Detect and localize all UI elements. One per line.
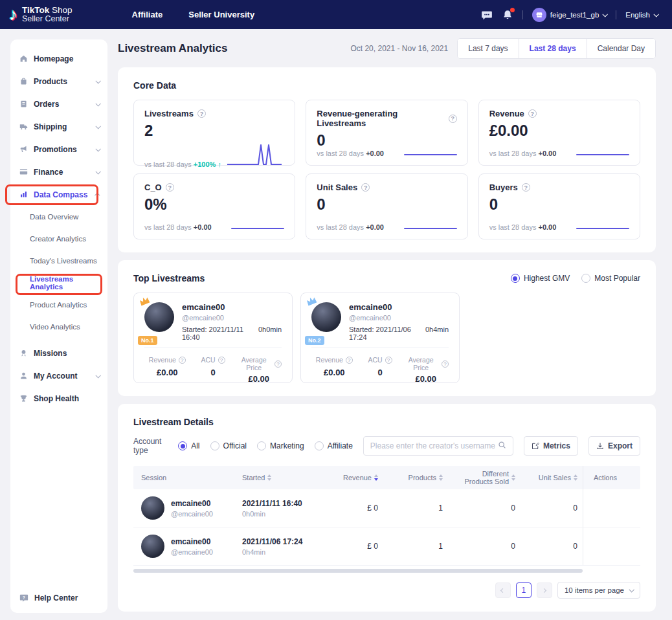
logo-tiktok: TikTok — [22, 5, 49, 15]
started-label: Started: 2021/11/06 17:24 — [349, 326, 425, 341]
different-products-sold-cell: 0 — [448, 504, 521, 513]
sidebar-subitem-data-overview[interactable]: Data Overview — [10, 206, 107, 228]
help-tooltip-icon[interactable]: ? — [197, 109, 206, 118]
help-tooltip-icon[interactable]: ? — [442, 360, 449, 368]
notifications-bell-icon[interactable] — [502, 9, 513, 21]
account-type-marketing[interactable]: Marketing — [257, 441, 304, 450]
unit-sales-cell: 0 — [521, 542, 583, 551]
range-calendar-day-button[interactable]: Calendar Day — [587, 39, 655, 58]
sidebar-subitem-todays-livestreams[interactable]: Today's Livestreams — [10, 250, 107, 272]
metrics-button[interactable]: Metrics — [524, 436, 578, 456]
sidebar-item-orders[interactable]: Orders — [10, 93, 107, 115]
sort-icon — [439, 474, 443, 481]
divider — [522, 10, 523, 19]
chat-icon[interactable] — [481, 9, 493, 21]
help-tooltip-icon[interactable]: ? — [166, 183, 174, 192]
help-tooltip-icon[interactable]: ? — [528, 109, 537, 118]
chevron-down-icon — [95, 78, 100, 83]
horizontal-scrollbar[interactable] — [133, 569, 583, 573]
medal-icon — [19, 349, 28, 357]
help-tooltip-icon[interactable]: ? — [346, 357, 353, 364]
date-range-segmented-control: Last 7 days Last 28 days Calendar Day — [457, 38, 656, 59]
radio-most-popular[interactable]: Most Popular — [581, 274, 640, 283]
user-menu[interactable]: feige_test1_gb — [532, 8, 607, 22]
top-livestream-card-2[interactable]: No.2 emcaine00 @emcaine00 Started: 2021/… — [300, 293, 460, 383]
search-icon[interactable] — [498, 440, 506, 452]
language-menu[interactable]: English — [625, 11, 658, 19]
sidebar-subitem-product-analytics[interactable]: Product Analytics — [10, 294, 107, 316]
sidebar-item-shop-health[interactable]: Shop Health — [10, 387, 107, 410]
sidebar-item-missions[interactable]: Missions — [10, 342, 107, 364]
range-last-7-days-button[interactable]: Last 7 days — [458, 39, 518, 58]
delta-value: +0.00 — [538, 223, 556, 231]
column-unit-sales[interactable]: Unit Sales — [521, 474, 583, 482]
tiktok-note-icon: ♪ — [9, 6, 17, 23]
prev-page-button[interactable] — [495, 582, 511, 598]
sidebar-item-promotions[interactable]: Promotions — [10, 138, 107, 161]
metric-card-revenue-generating-livestreams: Revenue-generating Livestreams? 0 vs las… — [306, 100, 467, 166]
help-tooltip-icon[interactable]: ? — [274, 360, 282, 368]
help-tooltip-icon[interactable]: ? — [449, 115, 457, 123]
radio-highest-gmv[interactable]: Highest GMV — [511, 274, 570, 283]
core-data-title: Core Data — [133, 80, 640, 91]
livestream-details-table: Session Started Revenue Products Differe… — [133, 466, 640, 573]
revenue-cell: £ 0 — [326, 504, 383, 513]
help-tooltip-icon[interactable]: ? — [385, 357, 392, 364]
next-page-button[interactable] — [537, 582, 552, 598]
username: feige_test1_gb — [550, 11, 599, 19]
creator-name: emcaine00 — [182, 302, 282, 312]
divider — [144, 348, 282, 348]
column-revenue[interactable]: Revenue — [326, 474, 383, 482]
top-livestream-card-1[interactable]: No.1 emcaine00 @emcaine00 Started: 2021/… — [133, 293, 293, 383]
sidebar-item-shipping[interactable]: Shipping — [10, 115, 107, 138]
help-tooltip-icon[interactable]: ? — [179, 357, 186, 364]
page-size-select[interactable]: 10 items per page — [557, 582, 640, 599]
range-last-28-days-button[interactable]: Last 28 days — [519, 39, 587, 58]
started-datetime: 2021/11/06 17:24 — [242, 537, 321, 546]
nav-seller-university[interactable]: Seller University — [188, 10, 254, 19]
current-page-button[interactable]: 1 — [516, 582, 532, 598]
help-center-link[interactable]: ? Help Center — [19, 593, 78, 603]
logo-shop: Shop — [52, 5, 73, 15]
sidebar-subitem-creator-analytics[interactable]: Creator Analytics — [10, 228, 107, 250]
sidebar-subitem-livestreams-analytics[interactable]: Livestreams Analytics — [10, 272, 107, 294]
metric-value: 0 — [489, 195, 629, 214]
sidebar-item-finance[interactable]: Finance — [10, 161, 107, 183]
sidebar-subitem-video-analytics[interactable]: Video Analytics — [10, 316, 107, 338]
creator-avatar — [141, 535, 164, 558]
help-tooltip-icon[interactable]: ? — [218, 357, 225, 364]
help-tooltip-icon[interactable]: ? — [361, 183, 370, 192]
column-different-products-sold[interactable]: Different Products Sold — [448, 470, 521, 485]
account-type-official[interactable]: Official — [210, 441, 247, 450]
actions-cell — [583, 527, 640, 565]
products-cell: 1 — [383, 542, 448, 551]
creator-avatar — [311, 302, 341, 332]
sparkline-flat — [576, 154, 629, 155]
column-started[interactable]: Started — [237, 474, 326, 482]
sidebar-item-homepage[interactable]: Homepage — [10, 47, 107, 70]
account-type-all[interactable]: All — [178, 441, 199, 450]
help-tooltip-icon[interactable]: ? — [522, 183, 530, 192]
table-header-row: Session Started Revenue Products Differe… — [133, 466, 640, 489]
svg-text:?: ? — [23, 595, 25, 600]
account-type-affiliate[interactable]: Affiliate — [315, 441, 353, 450]
notification-dot — [510, 8, 515, 12]
trend-up-icon: ↑ — [218, 161, 221, 168]
sort-icon — [574, 474, 577, 481]
person-icon — [19, 371, 28, 380]
sidebar-item-my-account[interactable]: My Account — [10, 364, 107, 387]
sidebar-item-products[interactable]: Products — [10, 70, 107, 93]
nav-affiliate[interactable]: Affiliate — [132, 10, 163, 19]
livestream-details-panel: Livestream Details Account type All Offi… — [118, 404, 656, 612]
page-title: Livestream Analytics — [118, 42, 227, 55]
export-button[interactable]: Export — [588, 436, 640, 456]
metric-card-co: C_O? 0% vs last 28 days +0.00 — [133, 173, 295, 239]
creator-search-box — [363, 436, 513, 456]
chevron-down-icon — [95, 169, 100, 174]
tiktok-shop-logo[interactable]: ♪ TikTok Shop Seller Center — [9, 6, 73, 23]
creator-search-input[interactable] — [370, 441, 498, 450]
creator-avatar — [144, 302, 174, 332]
column-session: Session — [133, 474, 237, 482]
column-products[interactable]: Products — [383, 474, 448, 482]
sidebar-item-data-compass[interactable]: Data Compass — [10, 183, 107, 206]
